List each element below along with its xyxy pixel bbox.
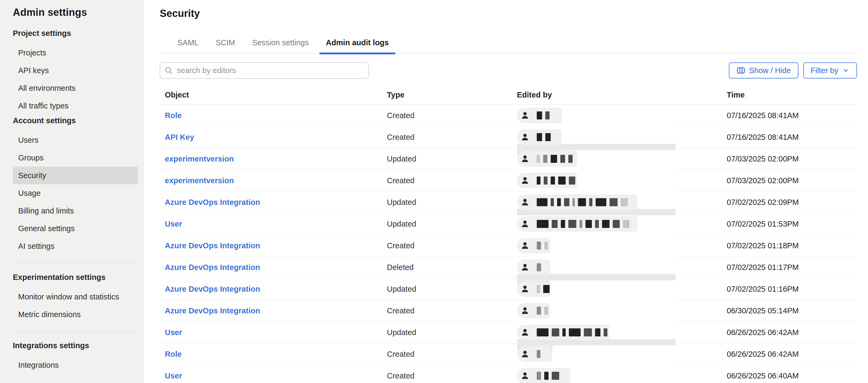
time-cell: 07/03/2025 02:00PM (727, 154, 857, 164)
redacted-name-block (537, 285, 540, 293)
sidebar-divider (13, 263, 138, 263)
redacted-name-block (544, 372, 549, 380)
redacted-name-block (596, 198, 606, 206)
table-row: Azure DevOps IntegrationDeleted07/02/202… (160, 257, 857, 278)
time-cell: 07/02/2025 01:18PM (727, 241, 857, 250)
tab-scim[interactable]: SCIM (209, 38, 242, 54)
redacted-name-block (545, 111, 550, 119)
object-cell: Azure DevOps Integration (160, 263, 387, 272)
column-header-time: Time (727, 91, 857, 99)
object-link[interactable]: Azure DevOps Integration (160, 198, 260, 206)
person-icon (520, 132, 530, 142)
redacted-name-block (537, 372, 541, 380)
object-link[interactable]: Azure DevOps Integration (160, 241, 260, 250)
table-row: Azure DevOps IntegrationCreated07/02/202… (160, 235, 857, 257)
object-link[interactable]: Azure DevOps Integration (160, 306, 260, 315)
tab-saml[interactable]: SAML (171, 38, 205, 54)
object-link[interactable]: User (160, 372, 182, 380)
object-link[interactable]: Azure DevOps Integration (160, 285, 260, 293)
chevron-down-icon (842, 67, 849, 74)
redacted-name-block (537, 242, 541, 249)
redacted-name-block (545, 133, 551, 141)
table-row: Azure DevOps IntegrationUpdated07/02/202… (160, 192, 857, 213)
object-link[interactable]: Role (160, 111, 182, 120)
sidebar-item-api-keys[interactable]: API keys (13, 62, 138, 79)
table-row: Azure DevOps IntegrationCreated06/30/202… (160, 300, 857, 322)
redacted-name-block (537, 328, 549, 336)
redacted-name-block (595, 220, 599, 228)
sidebar-item-users[interactable]: Users (13, 131, 138, 149)
sidebar-item-general-settings[interactable]: General settings (13, 219, 138, 237)
object-link[interactable]: experimentversion (160, 176, 234, 185)
object-cell: User (160, 328, 387, 337)
table-row: RoleCreated07/16/2025 08:41AM (160, 105, 857, 126)
object-link[interactable]: User (160, 219, 182, 228)
time-cell: 07/02/2025 01:53PM (727, 219, 857, 229)
object-cell: User (160, 219, 387, 229)
redacted-name-block (537, 198, 548, 206)
columns-icon (736, 66, 745, 75)
editor-chip (517, 368, 570, 383)
column-header-edited-by: Edited by (517, 91, 727, 99)
sidebar-item-security[interactable]: Security (13, 167, 138, 184)
sidebar-item-integrations[interactable]: Integrations (13, 356, 138, 374)
sidebar-item-groups[interactable]: Groups (13, 149, 138, 167)
person-icon (520, 197, 530, 207)
redacted-name-block (544, 242, 548, 249)
object-cell: API Key (160, 133, 387, 142)
tab-admin-audit-logs[interactable]: Admin audit logs (319, 38, 395, 54)
redacted-name-block (613, 220, 620, 228)
filter-by-button[interactable]: Filter by (803, 62, 857, 79)
search-input[interactable] (160, 62, 369, 79)
time-cell: 07/16/2025 08:41AM (727, 111, 857, 120)
object-link[interactable]: Azure DevOps Integration (160, 263, 260, 272)
table-header: ObjectTypeEdited byTime (160, 85, 857, 105)
tab-session-settings[interactable]: Session settings (246, 38, 315, 54)
redacted-name-block (564, 198, 569, 206)
time-cell: 06/30/2025 05:14PM (727, 306, 857, 315)
time-cell: 07/02/2025 02:09PM (727, 198, 857, 207)
redacted-name-block (568, 220, 576, 228)
redacted-name-block (603, 328, 608, 336)
toolbar: Show / Hide Filter by (160, 62, 857, 79)
edited-by-cell (517, 192, 727, 213)
audit-log-table: ObjectTypeEdited byTime RoleCreated07/16… (160, 85, 857, 383)
sidebar-item-all-environments[interactable]: All environments (13, 79, 138, 97)
main-content: Security SAMLSCIMSession settingsAdmin a… (144, 0, 868, 383)
sidebar-item-billing-and-limits[interactable]: Billing and limits (13, 202, 138, 219)
object-link[interactable]: User (160, 328, 182, 337)
redacted-name-block (543, 285, 550, 293)
object-link[interactable]: experimentversion (160, 154, 234, 163)
show-hide-button[interactable]: Show / Hide (729, 62, 799, 79)
redacted-name-block (537, 307, 541, 315)
time-cell: 07/02/2025 01:16PM (727, 285, 857, 294)
sidebar-item-monitor-window-and-statistics[interactable]: Monitor window and statistics (13, 288, 138, 305)
sidebar-item-projects[interactable]: Projects (13, 44, 138, 62)
object-link[interactable]: API Key (160, 133, 194, 141)
sidebar-item-metric-dimensions[interactable]: Metric dimensions (13, 305, 138, 323)
toolbar-buttons: Show / Hide Filter by (729, 62, 857, 79)
person-icon (520, 219, 530, 229)
table-row: experimentversionCreated07/03/2025 02:00… (160, 170, 857, 192)
editor-chip (517, 303, 550, 319)
search-icon (164, 66, 173, 75)
redacted-name-block (544, 177, 548, 184)
time-cell: 07/03/2025 02:00PM (727, 176, 857, 185)
object-cell: Role (160, 350, 387, 359)
sidebar-section-header-project-settings: Project settings (13, 27, 138, 39)
column-header-object: Object (160, 91, 387, 99)
redacted-name-block (537, 220, 549, 228)
person-icon (520, 111, 530, 120)
sidebar-item-usage[interactable]: Usage (13, 184, 138, 202)
editor-chip (517, 129, 562, 145)
time-cell: 07/16/2025 08:41AM (727, 133, 857, 142)
redacted-name-block (585, 220, 592, 228)
sidebar-item-all-traffic-types[interactable]: All traffic types (13, 97, 138, 115)
type-cell: Updated (387, 154, 517, 164)
sidebar-item-ai-settings[interactable]: AI settings (13, 237, 138, 255)
redacted-name-block (610, 198, 618, 206)
object-link[interactable]: Role (160, 350, 182, 358)
show-hide-label: Show / Hide (749, 66, 791, 75)
table-row: experimentversionUpdated07/03/2025 02:00… (160, 148, 857, 170)
person-icon (520, 241, 530, 251)
